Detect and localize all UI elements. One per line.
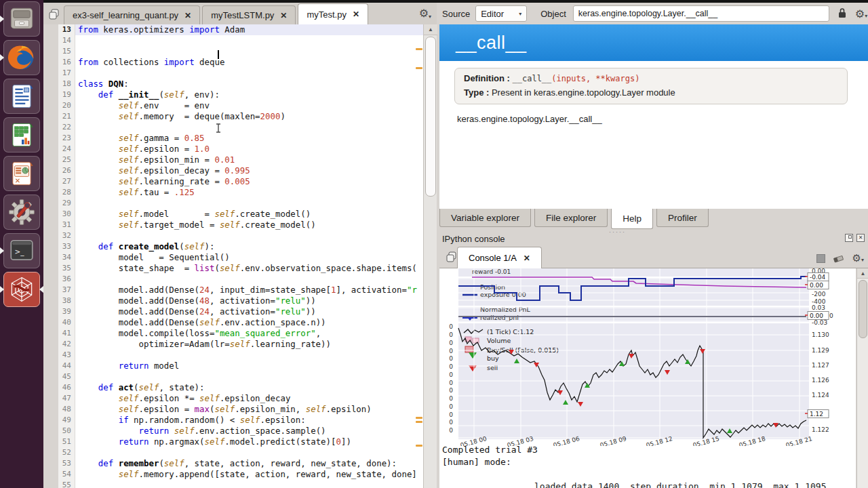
code-line[interactable]: 54 self.memory.append([state, action, re… xyxy=(58,469,423,480)
code-line[interactable]: 17 xyxy=(58,68,423,79)
undock-pane-icon[interactable] xyxy=(845,234,853,242)
launcher-item-calc[interactable] xyxy=(3,117,40,152)
code-line[interactable]: 41 model.compile(loss="mean_squared_erro… xyxy=(58,328,423,339)
help-toolbar: Source Editor▾ Object ⚙▾ xyxy=(439,3,868,24)
interrupt-kernel-icon[interactable] xyxy=(816,254,825,263)
code-line[interactable]: 19 def __init__(self, env): xyxy=(58,89,423,100)
code-line[interactable]: 47 self.epsilon *= self.epsilon_decay xyxy=(58,393,423,404)
code-line[interactable]: 37 model.add(Dense(24, input_dim=state_s… xyxy=(58,285,423,296)
editor-scrollbar[interactable]: ▲ xyxy=(423,24,437,488)
code-line[interactable]: 22 xyxy=(58,122,423,133)
editor-options-button[interactable]: ⚙▾ xyxy=(419,7,431,20)
lock-icon[interactable] xyxy=(837,7,847,20)
code-line[interactable]: 21 self.memory = deque(maxlen=2000) xyxy=(58,111,423,122)
launcher-item-impress[interactable] xyxy=(3,156,40,191)
unity-launcher: >_ xyxy=(0,0,43,488)
help-options-button[interactable]: ⚙▾ xyxy=(855,7,867,20)
code-line[interactable]: 18class DQN: xyxy=(58,79,423,89)
calc-icon xyxy=(7,121,36,149)
code-line[interactable]: 38 model.add(Dense(48, activation="relu"… xyxy=(58,296,423,306)
spyder-icon xyxy=(6,274,37,304)
svg-text:1.126: 1.126 xyxy=(812,377,829,384)
console-scrollbar-thumb[interactable] xyxy=(859,280,867,338)
code-line[interactable]: 34 model = Sequential() xyxy=(58,252,423,263)
code-line[interactable]: 48 self.epsilon = max(self.epsilon_min, … xyxy=(58,404,423,415)
svg-text:1.127: 1.127 xyxy=(812,362,829,369)
close-tab-icon[interactable]: ✕ xyxy=(353,9,359,19)
editor-scrollbar-thumb[interactable] xyxy=(425,37,436,197)
launcher-item-firefox[interactable] xyxy=(3,40,40,75)
code-line[interactable]: 33 def create_model(self): xyxy=(58,241,423,252)
console-output[interactable]: reward -0.01 Position exposure 0.00 Norm… xyxy=(439,268,856,488)
editor-tab-mytest[interactable]: myTest.py ✕ xyxy=(298,3,368,24)
close-tab-icon[interactable]: ✕ xyxy=(524,253,530,263)
editor-tab-mytestlstm[interactable]: myTestLSTM.py ✕ xyxy=(202,5,296,24)
svg-text:0: 0 xyxy=(449,355,453,362)
launcher-item-writer[interactable] xyxy=(3,79,40,114)
code-line[interactable]: 55 xyxy=(58,480,423,488)
tab-help[interactable]: Help xyxy=(611,209,653,229)
code-line[interactable]: 40 model.add(Dense(self.env.action_space… xyxy=(58,317,423,328)
editor-tab-ex3[interactable]: ex3-self_learning_quant.py ✕ xyxy=(64,5,200,24)
launcher-item-terminal[interactable]: >_ xyxy=(3,233,40,268)
code-line[interactable]: 39 model.add(Dense(24, activation="relu"… xyxy=(58,306,423,317)
close-tab-icon[interactable]: ✕ xyxy=(280,11,287,20)
launcher-item-files[interactable] xyxy=(3,1,40,37)
code-line[interactable]: 50 return self.env.action_space.sample() xyxy=(58,426,423,436)
code-line[interactable]: 13from keras.optimizers import Adam xyxy=(58,24,423,35)
code-editor[interactable]: 13from keras.optimizers import Adam14151… xyxy=(58,24,423,488)
tab-variable-explorer[interactable]: Variable explorer xyxy=(439,209,531,227)
svg-text:1.124: 1.124 xyxy=(812,392,829,399)
code-line[interactable]: 28 self.tau = .125 xyxy=(58,187,423,198)
scroll-up-arrow[interactable]: ▲ xyxy=(424,24,437,35)
code-line[interactable]: 30 self.model = self.create_model() xyxy=(58,209,423,220)
code-line[interactable]: 32 xyxy=(58,230,423,241)
code-line[interactable]: 51 return np.argmax(self.model.predict(s… xyxy=(58,436,423,447)
code-line[interactable]: 52 xyxy=(58,447,423,458)
running-indicator-terminal xyxy=(0,247,4,254)
code-line[interactable]: 42 optimizer=Adam(lr=self.learning_rate)… xyxy=(58,339,423,350)
browse-tabs-button[interactable] xyxy=(47,7,61,21)
browse-consoles-button[interactable] xyxy=(445,250,458,264)
legend-realized-pnl: realized_pnl xyxy=(480,314,519,321)
code-line[interactable]: 25 self.epsilon_min = 0.01 xyxy=(58,155,423,165)
code-line[interactable]: 26 self.epsilon_decay = 0.995 xyxy=(58,165,423,176)
definition-args: (inputs, **kwargs) xyxy=(551,74,639,83)
type-label: Type : xyxy=(464,87,489,98)
scroll-up-arrow[interactable]: ▲ xyxy=(857,268,868,279)
tab-profiler[interactable]: Profiler xyxy=(656,209,709,227)
code-line[interactable]: 44 return model xyxy=(58,361,423,371)
tab-file-explorer[interactable]: File explorer xyxy=(534,209,608,227)
definition-box: Definition : __call__(inputs, **kwargs) … xyxy=(454,68,848,104)
code-line[interactable]: 31 self.target_model = self.create_model… xyxy=(58,220,423,230)
launcher-item-spyder[interactable] xyxy=(3,272,40,307)
code-line[interactable]: 14 xyxy=(58,35,423,46)
launcher-item-settings[interactable] xyxy=(3,195,40,230)
code-line[interactable]: 49 if np.random.random() < self.epsilon: xyxy=(58,415,423,426)
legend-exposure: exposure 0.00 xyxy=(480,291,526,298)
object-input[interactable] xyxy=(573,5,829,22)
code-line[interactable]: 29 xyxy=(58,198,423,209)
close-pane-icon[interactable]: ✕ xyxy=(856,234,865,242)
eraser-icon[interactable] xyxy=(833,253,845,264)
code-line[interactable]: 27 self.learning_rate = 0.005 xyxy=(58,176,423,187)
code-line[interactable]: 23 self.gamma = 0.85 xyxy=(58,133,423,144)
console-scrollbar[interactable]: ▲ xyxy=(856,268,868,488)
console-options-button[interactable]: ⚙▾ xyxy=(852,252,864,264)
console-tab[interactable]: Console 1/A ✕ xyxy=(457,247,542,268)
code-line[interactable]: 46 def act(self, state): xyxy=(58,382,423,393)
code-line[interactable]: 36 xyxy=(58,274,423,285)
code-line[interactable]: 35 state_shape = list(self.env.observati… xyxy=(58,263,423,274)
source-select[interactable]: Editor▾ xyxy=(475,5,527,22)
code-line[interactable]: 16from collections import deque xyxy=(58,57,423,68)
close-tab-icon[interactable]: ✕ xyxy=(184,11,191,20)
code-line[interactable]: 24 self.epsilon = 1.0 xyxy=(58,144,423,155)
editor-tab-label: myTest.py xyxy=(307,9,347,20)
code-line[interactable]: 15 xyxy=(58,46,423,57)
code-line[interactable]: 20 self.env = env xyxy=(58,100,423,111)
legend-tick: (1 Tick) C:1.12 xyxy=(487,328,534,336)
code-marker xyxy=(416,421,422,423)
code-line[interactable]: 53 def remember(self, state, action, rew… xyxy=(58,458,423,469)
code-line[interactable]: 43 xyxy=(58,350,423,361)
code-line[interactable]: 45 xyxy=(58,371,423,382)
